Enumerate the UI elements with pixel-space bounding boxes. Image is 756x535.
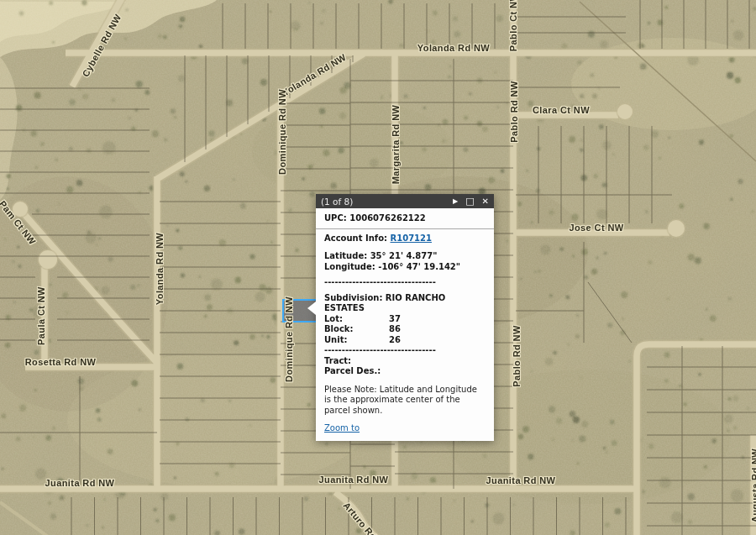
account-info-label: Account Info:	[324, 233, 387, 243]
divider-line	[316, 228, 494, 229]
block-row: Block: 86	[324, 324, 486, 335]
dashed-divider: --------------------------------	[324, 277, 486, 288]
unit-label: Unit:	[324, 335, 389, 346]
next-feature-icon[interactable]: ▶	[453, 198, 458, 205]
zoom-to-link[interactable]: Zoom to	[324, 423, 360, 433]
note-text: Please Note: Latitude and Longitude is t…	[324, 385, 486, 417]
block-value: 86	[389, 324, 401, 335]
close-icon[interactable]: ✕	[482, 197, 489, 206]
lot-label: Lot:	[324, 314, 389, 325]
map-viewport[interactable]: Yolanda Rd NWYolanda Rd NWCybelle Rd NWD…	[0, 0, 756, 535]
account-info-link[interactable]: R107121	[391, 233, 432, 243]
longitude-text: Longitude: -106° 47' 19.142"	[324, 262, 486, 273]
lot-row: Lot: 37	[324, 314, 486, 325]
subdivision-text: Subdivision: RIO RANCHO ESTATES	[324, 293, 486, 314]
dashed-divider: --------------------------------	[324, 345, 486, 356]
unit-row: Unit: 26	[324, 335, 486, 346]
maximize-icon[interactable]: □	[465, 197, 474, 206]
unit-value: 26	[389, 335, 401, 346]
popup-titlebar: (1 of 8) ▶ □ ✕	[316, 194, 494, 208]
popup-callout-arrow	[307, 302, 316, 315]
popup-body: UPC: 1006076262122 Account Info: R107121…	[316, 208, 494, 441]
identify-popup: (1 of 8) ▶ □ ✕ UPC: 1006076262122 Accoun…	[316, 194, 494, 441]
upc-text: UPC: 1006076262122	[324, 213, 486, 224]
popup-title: (1 of 8)	[321, 197, 353, 207]
parcel-des-label: Parcel Des.:	[324, 366, 486, 377]
latitude-text: Latitude: 35° 21' 4.877"	[324, 251, 486, 262]
account-info-row: Account Info: R107121	[324, 233, 486, 244]
tract-label: Tract:	[324, 356, 486, 367]
lot-value: 37	[389, 314, 401, 325]
block-label: Block:	[324, 324, 389, 335]
